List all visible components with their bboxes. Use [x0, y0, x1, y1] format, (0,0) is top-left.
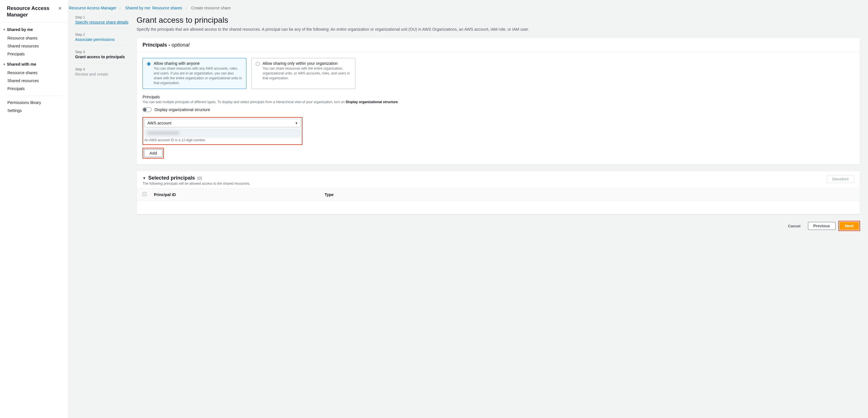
col-principal-id[interactable]: Principal ID [154, 193, 324, 197]
sidebar-item-principals[interactable]: Principals [0, 50, 68, 58]
caret-down-icon[interactable]: ▼ [143, 176, 146, 180]
select-all-checkbox[interactable] [143, 192, 147, 196]
selected-subtitle: The following principals will be allowed… [143, 182, 250, 185]
step-number: Step 2 [75, 33, 130, 37]
sidebar-item-principals-2[interactable]: Principals [0, 85, 68, 93]
table-empty-row [137, 201, 860, 214]
wizard-steps: Step 1 Specify resource share details St… [68, 0, 136, 418]
selected-principals-panel: ▼ Selected principals (0) The following … [136, 171, 860, 214]
nav-group-shared-with-me[interactable]: ▼ Shared with me [0, 60, 68, 69]
page-title: Grant access to principals [136, 15, 860, 25]
radio-desc: You can share resources with the entire … [262, 66, 351, 80]
selected-count: (0) [197, 176, 202, 180]
step-number: Step 1 [75, 15, 130, 19]
sidebar-item-resource-shares-2[interactable]: Resource shares [0, 69, 68, 77]
breadcrumb-link[interactable]: Resource Access Manager [69, 6, 116, 10]
caret-down-icon: ▼ [3, 28, 7, 31]
radio-title: Allow sharing with anyone [154, 61, 242, 66]
sidebar-item-settings[interactable]: Settings [0, 107, 68, 114]
step-future: Review and create [75, 72, 130, 76]
next-button[interactable]: Next [840, 222, 859, 230]
sidebar-item-shared-resources-2[interactable]: Shared resources [0, 77, 68, 85]
sidebar-item-permissions-library[interactable]: Permissions library [0, 99, 68, 107]
account-id-input[interactable] [144, 129, 301, 137]
panel-heading: Principals - [143, 42, 172, 48]
step-link-2[interactable]: Associate permissions [75, 37, 115, 42]
select-value: AWS account [147, 121, 171, 125]
panel-heading-optional: optional [172, 42, 189, 48]
radio-desc: You can share resources with any AWS acc… [154, 66, 242, 85]
highlight-principal-input: AWS account ▼ An AWS account ID is a 12-… [143, 117, 303, 145]
page-description: Specify the principals that are allowed … [136, 27, 860, 32]
principals-label: Principals [143, 95, 854, 99]
deselect-button[interactable]: Deselect [827, 175, 854, 183]
add-button[interactable]: Add [144, 149, 162, 157]
col-type[interactable]: Type [324, 193, 854, 197]
toggle-label: Display organizational structure [154, 107, 210, 112]
toggle-org-structure[interactable] [143, 107, 152, 112]
nav-group-shared-by-me[interactable]: ▼ Shared by me [0, 25, 68, 34]
step-number: Step 3 [75, 50, 130, 54]
step-current: Grant access to principals [75, 55, 130, 59]
sidebar-item-resource-shares[interactable]: Resource shares [0, 34, 68, 42]
principals-help: You can add multiple principals of diffe… [143, 100, 854, 105]
radio-title: Allow sharing only within your organizat… [262, 61, 351, 66]
table-header-row: Principal ID Type [137, 188, 860, 201]
nav-group-label: Shared by me [7, 27, 33, 32]
principal-type-select[interactable]: AWS account [144, 119, 301, 127]
cancel-button[interactable]: Cancel [783, 222, 805, 230]
breadcrumb-current: Create resource share [191, 6, 231, 10]
breadcrumb: Resource Access Manager 〉 Shared by me: … [68, 6, 860, 10]
step-number: Step 4 [75, 67, 130, 71]
sidebar-title: Resource Access Manager [7, 5, 56, 18]
sidebar-item-shared-resources[interactable]: Shared resources [0, 42, 68, 50]
radio-input-anyone[interactable] [147, 62, 151, 66]
radio-input-org[interactable] [256, 62, 260, 66]
selected-title: Selected principals [148, 175, 195, 181]
caret-down-icon: ▼ [3, 63, 7, 66]
nav-group-label: Shared with me [7, 62, 36, 67]
wizard-footer: Cancel Previous Next [136, 221, 860, 231]
input-help: An AWS account ID is a 12-digit number. [144, 138, 301, 142]
radio-allow-org-only[interactable]: Allow sharing only within your organizat… [251, 58, 355, 89]
chevron-right-icon: 〉 [119, 6, 122, 10]
breadcrumb-link[interactable]: Shared by me: Resource shares [125, 6, 182, 10]
previous-button[interactable]: Previous [808, 222, 836, 230]
chevron-right-icon: 〉 [185, 6, 188, 10]
sidebar: Resource Access Manager ✕ ▼ Shared by me… [0, 0, 68, 418]
step-link-1[interactable]: Specify resource share details [75, 20, 129, 25]
radio-allow-anyone[interactable]: Allow sharing with anyone You can share … [143, 58, 246, 89]
principals-panel: Principals - optional Allow sharing with… [136, 38, 860, 165]
highlight-next: Next [838, 221, 860, 231]
close-icon[interactable]: ✕ [56, 5, 63, 12]
highlight-add: Add [143, 148, 164, 159]
